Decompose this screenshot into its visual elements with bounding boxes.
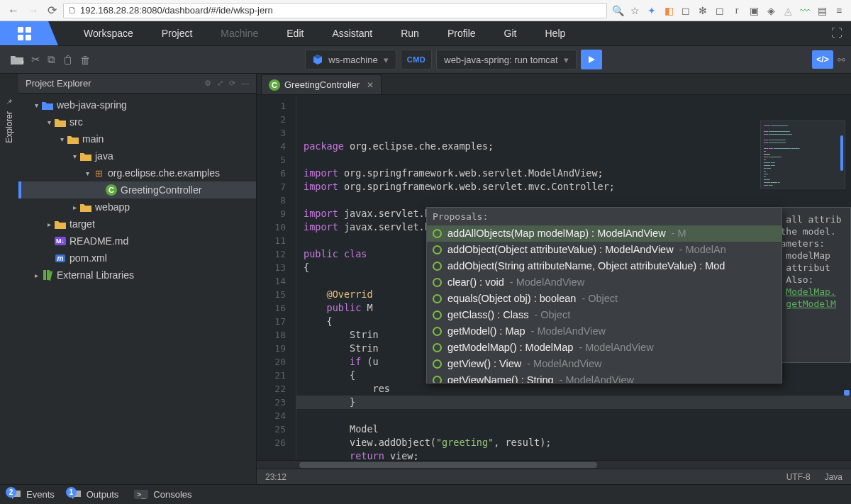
language-label[interactable]: Java (825, 472, 842, 482)
completion-item[interactable]: getModelMap() : ModelMap - ModelAndView (427, 340, 782, 356)
code-icon: </> (816, 55, 828, 65)
terminal-icon: >_ (134, 490, 148, 499)
completion-item[interactable]: clear() : void - ModelAndView (427, 274, 782, 291)
horizontal-scrollbar[interactable] (257, 460, 851, 469)
completion-popup[interactable]: Proposals: addAllObjects(Map modelMap) :… (426, 207, 782, 383)
method-icon (433, 359, 442, 369)
machine-label: ws-machine (328, 55, 377, 65)
completion-item[interactable]: equals(Object obj) : boolean - Object (427, 291, 782, 307)
menu-git[interactable]: Git (490, 21, 531, 45)
tree-item-org-eclipse-che-examples[interactable]: ⊞org.eclipse.che.examples (18, 164, 256, 181)
paste-icon[interactable]: 📋︎ (62, 54, 73, 66)
left-rail: 📌︎ Explorer (0, 74, 18, 484)
menu-machine[interactable]: Machine (206, 21, 272, 45)
completion-item[interactable]: getModel() : Map - ModelAndView (427, 323, 782, 340)
bottom-tab-consoles[interactable]: >_Consoles (134, 489, 191, 500)
menu-help[interactable]: Help (530, 21, 579, 45)
tree-item-java[interactable]: java (18, 147, 256, 164)
tree-item-web-java-spring[interactable]: web-java-spring (18, 96, 256, 113)
cmd-badge: CMD (401, 50, 433, 69)
encoding-label[interactable]: UTF-8 (786, 472, 811, 482)
fullscreen-icon[interactable]: ⛶ (823, 27, 851, 40)
ext-icon-5[interactable]: ◻ (713, 4, 726, 17)
code-area[interactable]: package org.eclipse.che.examples; import… (296, 95, 851, 460)
menu-assistant[interactable]: Assistant (318, 21, 386, 45)
ext-icon-7[interactable]: ▣ (747, 4, 760, 17)
back-button[interactable]: ← (6, 4, 21, 17)
star-icon[interactable]: ☆ (628, 4, 641, 17)
menu-icon[interactable]: ≡ (833, 4, 845, 17)
editor-tab[interactable]: C GreetingController ✕ (261, 74, 382, 94)
ext-icon-11[interactable]: ▤ (816, 4, 828, 17)
cut-icon[interactable]: ✂ (31, 53, 40, 66)
toolbar: + ✂ ⧉ 📋︎ 🗑︎ ws-machine ▾ CMD web-java-sp… (0, 45, 851, 74)
menu-edit[interactable]: Edit (272, 21, 318, 45)
scrollbar-thumb[interactable] (299, 462, 597, 468)
tree-item-main[interactable]: main (18, 130, 256, 147)
chevron-down-icon: ▾ (564, 55, 569, 65)
bottom-panel-tabs: 2Events1Outputs>_Consoles (0, 484, 851, 504)
completion-item[interactable]: addObject(String attributeName, Object a… (427, 258, 782, 274)
ext-icon-3[interactable]: ◻ (679, 4, 692, 17)
menu-profile[interactable]: Profile (433, 21, 490, 45)
cursor-position: 23:12 (265, 472, 287, 482)
ext-icon-2[interactable]: ◧ (662, 4, 675, 17)
ext-icon-10[interactable]: 〰 (799, 4, 811, 17)
explorer-header: Project Explorer ⚙ ⤢ ⟳ — (18, 74, 256, 94)
completion-item[interactable]: getViewName() : String - ModelAndView (427, 372, 782, 383)
project-tree[interactable]: web-java-springsrcmainjava⊞org.eclipse.c… (18, 94, 256, 286)
completion-item[interactable]: addObject(Object attributeValue) : Model… (427, 242, 782, 258)
url-bar[interactable]: 🗋 192.168.28.28:8080/dashboard/#/ide/wks… (63, 3, 607, 18)
forward-button[interactable]: → (26, 4, 41, 17)
chevron-down-icon: ▾ (384, 55, 389, 65)
tree-item-greetingcontroller[interactable]: CGreetingController (18, 181, 256, 198)
ext-icon-4[interactable]: ✻ (696, 4, 709, 17)
tree-item-src[interactable]: src (18, 113, 256, 130)
expand-panel-icon[interactable]: ⤢ (217, 79, 223, 88)
copy-icon[interactable]: ⧉ (48, 53, 55, 66)
bottom-tab-outputs[interactable]: 1Outputs (70, 489, 119, 500)
method-icon (433, 245, 442, 254)
che-logo[interactable] (0, 21, 48, 45)
ext-icon-9[interactable]: ◬ (782, 4, 794, 17)
refresh-icon[interactable]: ⟳ (229, 79, 235, 88)
reload-button[interactable]: ⟳ (45, 4, 59, 17)
tree-item-webapp[interactable]: webapp (18, 198, 256, 215)
tree-item-pom-xml[interactable]: mpom.xml (18, 250, 256, 267)
code-view-button[interactable]: </> (812, 50, 833, 69)
menu-workspace[interactable]: Workspace (69, 21, 148, 45)
run-button[interactable] (581, 50, 602, 69)
page-icon: 🗋 (68, 5, 77, 16)
pin-icon[interactable]: 📌︎ (6, 98, 13, 106)
tree-item-external-libraries[interactable]: External Libraries (18, 267, 256, 284)
ext-icon-8[interactable]: ◈ (764, 4, 777, 17)
url-text: 192.168.28.28:8080/dashboard/#/ide/wksp-… (80, 5, 273, 16)
delete-icon[interactable]: 🗑︎ (80, 54, 91, 66)
ext-icon-6[interactable]: r (730, 4, 743, 17)
link-icon[interactable]: ⚯ (838, 55, 845, 65)
rail-tab-explorer[interactable]: Explorer (3, 106, 16, 149)
completion-item[interactable]: getView() : View - ModelAndView (427, 356, 782, 372)
gear-icon[interactable]: ⚙ (204, 79, 211, 88)
ext-icon-1[interactable]: ✦ (645, 4, 658, 17)
new-file-icon[interactable]: + (10, 54, 24, 66)
editor-tabs: C GreetingController ✕ (257, 74, 851, 95)
close-icon[interactable]: ✕ (367, 80, 374, 90)
zoom-icon[interactable]: 🔍 (611, 4, 624, 17)
machine-selector[interactable]: ws-machine ▾ (305, 50, 396, 69)
tree-item-target[interactable]: target (18, 215, 256, 233)
menu-run[interactable]: Run (386, 21, 433, 45)
tree-item-readme-md[interactable]: M↓README.md (18, 233, 256, 250)
project-explorer: Project Explorer ⚙ ⤢ ⟳ — web-java-spring… (18, 74, 257, 484)
completion-item[interactable]: addAllObjects(Map modelMap) : ModelAndVi… (427, 225, 782, 242)
run-config-selector[interactable]: web-java-spring: run tomcat ▾ (436, 50, 576, 69)
bottom-tab-events[interactable]: 2Events (10, 489, 55, 500)
completion-item[interactable]: getClass() : Class - Object (427, 307, 782, 323)
editor-content[interactable]: 1234567891011121314151617181920212223242… (257, 95, 851, 460)
tab-label: GreetingController (284, 79, 360, 90)
class-icon: C (269, 79, 280, 91)
menu-project[interactable]: Project (148, 21, 207, 45)
method-icon (433, 262, 442, 271)
minimize-icon[interactable]: — (241, 79, 249, 88)
method-icon (433, 310, 442, 320)
